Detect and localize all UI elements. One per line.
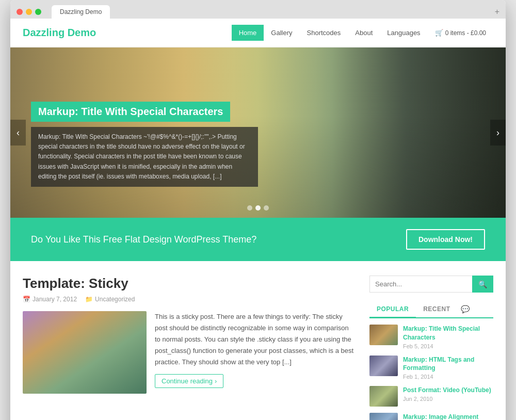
site-logo[interactable]: Dazzling Demo xyxy=(23,27,232,39)
search-box: 🔍 xyxy=(369,276,493,293)
close-dot[interactable] xyxy=(17,9,23,15)
arrow-right-icon: › xyxy=(215,377,217,385)
site-nav: Home Gallery Shortcodes About Languages … xyxy=(232,25,493,41)
post-text-column: This is a sticky post. There are a few t… xyxy=(155,311,354,394)
post-date-text: January 7, 2012 xyxy=(33,296,77,303)
sidebar-post-title-2[interactable]: Markup: HTML Tags and Formatting xyxy=(403,356,493,373)
cart-icon: 🛒 xyxy=(435,29,443,37)
list-item: Markup: Image Alignment Jan 10, 2013 xyxy=(369,413,493,420)
site-header: Dazzling Demo Home Gallery Shortcodes Ab… xyxy=(10,19,506,47)
cart-label: 0 items - £0.00 xyxy=(445,29,486,37)
sidebar-post-title-1[interactable]: Markup: Title With Special Characters xyxy=(403,325,493,342)
hero-trees xyxy=(233,47,506,218)
sidebar-post-title-3[interactable]: Post Format: Video (YouTube) xyxy=(403,386,491,395)
continue-reading-link[interactable]: Continue reading › xyxy=(155,374,223,388)
tab-recent[interactable]: RECENT xyxy=(416,301,457,317)
nav-cart[interactable]: 🛒 0 items - £0.00 xyxy=(428,25,493,41)
slider-next-button[interactable]: › xyxy=(490,120,506,146)
search-button[interactable]: 🔍 xyxy=(472,276,493,293)
post-thumbnail xyxy=(23,311,147,394)
site-wrapper: Dazzling Demo Home Gallery Shortcodes Ab… xyxy=(10,19,506,420)
sidebar-posts: Markup: Title With Special Characters Fe… xyxy=(369,325,493,420)
sidebar-post-date-1: Feb 5, 2014 xyxy=(403,343,493,349)
minimize-dot[interactable] xyxy=(26,9,32,15)
slider-desc-box: Markup: Title With Special Characters ~'… xyxy=(31,127,258,187)
post-thumbnail-image xyxy=(23,311,147,394)
new-tab-button[interactable]: + xyxy=(495,7,499,17)
browser-window: Dazzling Demo + Dazzling Demo Home Galle… xyxy=(10,0,506,420)
tab-popular[interactable]: POPULAR xyxy=(369,301,416,318)
post-thumbnail-3 xyxy=(369,386,398,407)
browser-chrome: Dazzling Demo + xyxy=(10,0,506,19)
post-info-1: Markup: Title With Special Characters Fe… xyxy=(403,325,493,349)
list-item: Post Format: Video (YouTube) Jun 2, 2010 xyxy=(369,386,493,407)
slider-title: Markup: Title With Special Characters xyxy=(38,106,223,118)
nav-shortcodes[interactable]: Shortcodes xyxy=(300,25,348,41)
tab-comments[interactable]: 💬 xyxy=(458,301,473,317)
post-date: 📅 January 7, 2012 xyxy=(23,296,77,303)
sidebar-post-date-2: Feb 1, 2014 xyxy=(403,374,493,380)
hero-slider: ‹ › Markup: Title With Special Character… xyxy=(10,47,506,218)
slider-dot-1[interactable] xyxy=(247,205,252,211)
nav-about[interactable]: About xyxy=(348,25,380,41)
post-excerpt: This is a sticky post. There are a few t… xyxy=(155,311,354,368)
nav-home[interactable]: Home xyxy=(232,25,264,41)
post-info-4: Markup: Image Alignment Jan 10, 2013 xyxy=(403,413,478,420)
calendar-icon: 📅 xyxy=(23,296,30,303)
continue-reading-label: Continue reading xyxy=(162,377,213,385)
comment-icon: 💬 xyxy=(461,305,470,313)
posts-column: Template: Sticky 📅 January 7, 2012 📁 Unc… xyxy=(23,276,354,420)
search-icon: 🔍 xyxy=(478,280,487,288)
post-thumbnail-2 xyxy=(369,356,398,376)
browser-dots xyxy=(17,9,41,15)
post-meta: 📅 January 7, 2012 📁 Uncategorized xyxy=(23,296,354,303)
post-info-3: Post Format: Video (YouTube) Jun 2, 2010 xyxy=(403,386,491,402)
cta-banner: Do You Like This Free Flat Design WordPr… xyxy=(10,218,506,261)
browser-tab[interactable]: Dazzling Demo xyxy=(52,5,110,19)
sidebar-post-title-4[interactable]: Markup: Image Alignment xyxy=(403,413,478,420)
download-button[interactable]: Download Now! xyxy=(406,229,485,250)
nav-languages[interactable]: Languages xyxy=(380,25,427,41)
next-arrow-icon: › xyxy=(496,127,499,138)
main-content: Template: Sticky 📅 January 7, 2012 📁 Unc… xyxy=(10,261,506,420)
list-item: Markup: Title With Special Characters Fe… xyxy=(369,325,493,349)
post-thumbnail-1 xyxy=(369,325,398,345)
prev-arrow-icon: ‹ xyxy=(17,127,20,138)
slider-content: Markup: Title With Special Characters Ma… xyxy=(31,102,258,187)
search-input[interactable] xyxy=(369,276,472,293)
slider-dots xyxy=(247,205,269,211)
slider-description: Markup: Title With Special Characters ~'… xyxy=(38,132,251,182)
cta-text: Do You Like This Free Flat Design WordPr… xyxy=(31,234,256,245)
nav-gallery[interactable]: Gallery xyxy=(264,25,299,41)
sidebar: 🔍 POPULAR RECENT 💬 Markup: Title With Sp… xyxy=(369,276,493,420)
post-title: Template: Sticky xyxy=(23,276,354,292)
folder-icon: 📁 xyxy=(85,296,93,303)
post-category-text: Uncategorized xyxy=(95,296,135,303)
slider-title-box: Markup: Title With Special Characters xyxy=(31,102,230,122)
slider-dot-2[interactable] xyxy=(255,205,261,211)
list-item: Markup: HTML Tags and Formatting Feb 1, … xyxy=(369,356,493,380)
post-body: This is a sticky post. There are a few t… xyxy=(23,311,354,394)
post-thumbnail-4 xyxy=(369,413,398,420)
maximize-dot[interactable] xyxy=(35,9,41,15)
post-category: 📁 Uncategorized xyxy=(85,296,135,303)
sidebar-post-date-3: Jun 2, 2010 xyxy=(403,396,491,402)
sidebar-tabs: POPULAR RECENT 💬 xyxy=(369,301,493,318)
post-info-2: Markup: HTML Tags and Formatting Feb 1, … xyxy=(403,356,493,380)
slider-dot-3[interactable] xyxy=(264,205,269,211)
slider-prev-button[interactable]: ‹ xyxy=(10,120,26,146)
